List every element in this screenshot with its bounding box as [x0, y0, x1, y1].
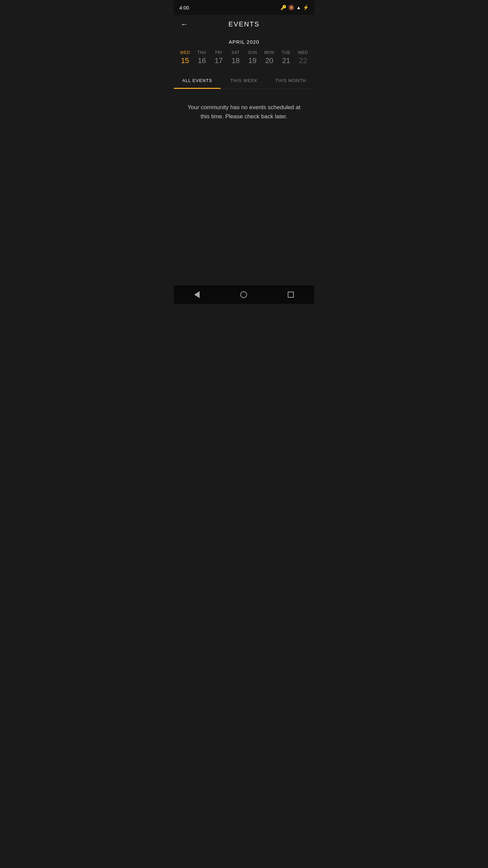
day-item-15[interactable]: WED15: [177, 50, 194, 65]
day-name-15: WED: [180, 50, 190, 55]
content-area: Your community has no events scheduled a…: [174, 89, 314, 285]
day-item-16[interactable]: THU16: [194, 50, 210, 65]
back-triangle-icon: [194, 291, 200, 298]
day-number-22: 22: [299, 56, 307, 65]
tab-all-events[interactable]: ALL EVENTS: [174, 73, 221, 89]
status-bar: 4:00 🔑 🔕 ▲ ⚡: [174, 0, 314, 15]
nav-back-button[interactable]: [186, 289, 208, 301]
day-item-20[interactable]: MON20: [261, 50, 278, 65]
day-number-15: 15: [181, 56, 189, 65]
day-item-21[interactable]: TUE21: [278, 50, 295, 65]
day-item-17[interactable]: FRI17: [210, 50, 227, 65]
notification-icon: 🔑: [281, 5, 286, 10]
tab-this-month[interactable]: THIS MONTH: [267, 73, 314, 89]
battery-icon: ⚡: [303, 5, 309, 10]
back-button[interactable]: ←: [179, 19, 189, 30]
header: ← EVENTS: [174, 15, 314, 34]
empty-message: Your community has no events scheduled a…: [186, 103, 302, 121]
day-name-17: FRI: [215, 50, 222, 55]
nav-home-button[interactable]: [232, 289, 255, 301]
status-time: 4:00: [179, 5, 189, 11]
week-days: WED15THU16FRI17SAT18SUN19MON20TUE21WED22: [177, 50, 311, 65]
mute-icon: 🔕: [288, 5, 294, 10]
day-name-21: TUE: [282, 50, 291, 55]
day-name-19: SUN: [248, 50, 257, 55]
day-name-16: THU: [198, 50, 206, 55]
tab-this-week[interactable]: THIS WEEK: [221, 73, 267, 89]
day-item-18[interactable]: SAT18: [227, 50, 244, 65]
nav-recent-button[interactable]: [280, 289, 302, 300]
day-number-20: 20: [265, 56, 273, 65]
page-title: EVENTS: [228, 20, 260, 28]
day-number-21: 21: [282, 56, 290, 65]
day-number-16: 16: [198, 56, 206, 65]
wifi-icon: ▲: [296, 5, 301, 10]
status-icons: 🔑 🔕 ▲ ⚡: [281, 5, 309, 10]
recent-square-icon: [288, 292, 294, 298]
day-number-19: 19: [248, 56, 257, 65]
day-name-18: SAT: [231, 50, 240, 55]
month-label: APRIL 2020: [177, 39, 311, 45]
day-item-19[interactable]: SUN19: [244, 50, 261, 65]
day-item-22[interactable]: WED22: [294, 50, 311, 65]
calendar-section: APRIL 2020 WED15THU16FRI17SAT18SUN19MON2…: [174, 34, 314, 71]
day-name-20: MON: [264, 50, 274, 55]
day-number-17: 17: [215, 56, 223, 65]
tabs-container: ALL EVENTSTHIS WEEKTHIS MONTH: [174, 73, 314, 89]
bottom-nav: [174, 285, 314, 304]
home-circle-icon: [240, 291, 247, 298]
day-number-18: 18: [231, 56, 240, 65]
day-name-22: WED: [298, 50, 308, 55]
